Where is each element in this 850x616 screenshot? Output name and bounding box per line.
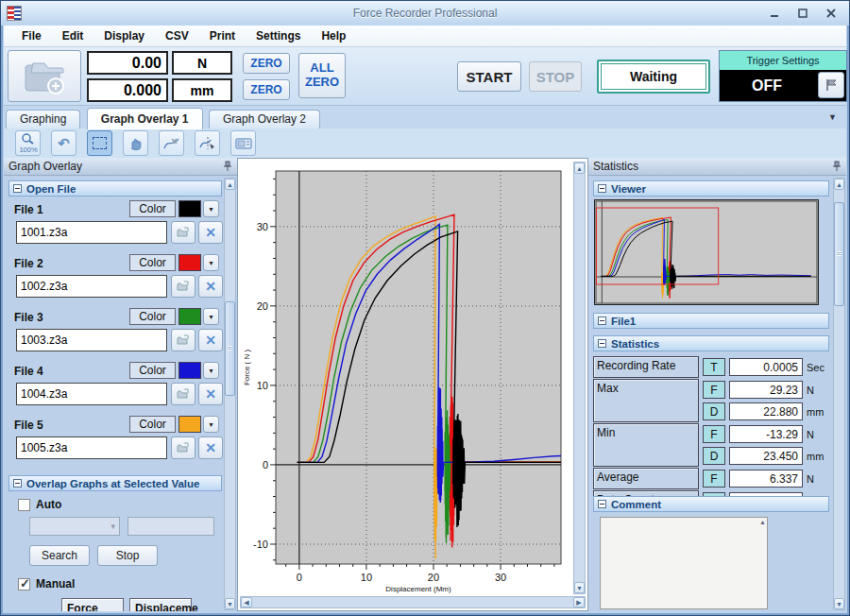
search-button[interactable]: Search	[29, 545, 90, 566]
color-button[interactable]: Color	[129, 308, 176, 325]
all-zero-button[interactable]: ALL ZERO	[298, 53, 346, 98]
collapse-icon[interactable]	[598, 184, 606, 193]
color-dropdown-icon[interactable]: ▾	[203, 362, 219, 379]
scrollbar-thumb[interactable]	[225, 301, 235, 396]
color-button[interactable]: Color	[129, 362, 176, 379]
scrollbar-thumb[interactable]	[834, 202, 844, 306]
graph-hscrollbar[interactable]: ◀ ▶	[240, 596, 586, 608]
collapse-icon[interactable]	[13, 184, 22, 193]
force-zero-button[interactable]: ZERO	[243, 53, 290, 74]
filename-input[interactable]	[16, 436, 167, 459]
comment-section-header[interactable]: Comment	[593, 496, 829, 512]
viewer-thumbnail[interactable]	[594, 199, 819, 305]
region-select-icon[interactable]	[87, 130, 112, 156]
color-swatch[interactable]	[178, 416, 201, 433]
color-button[interactable]: Color	[129, 416, 176, 433]
filename-input[interactable]	[16, 329, 167, 351]
color-swatch[interactable]	[178, 254, 201, 271]
scroll-up-icon[interactable]: ▲	[574, 163, 585, 174]
color-dropdown-icon[interactable]: ▾	[203, 254, 219, 271]
scroll-up-icon[interactable]: ▲	[225, 179, 235, 190]
remove-file-icon[interactable]: ✕	[198, 221, 223, 244]
value-display-icon[interactable]	[230, 130, 256, 156]
menu-item[interactable]: Help	[311, 26, 356, 45]
open-file-button[interactable]	[8, 50, 81, 102]
scroll-down-icon[interactable]: ▼	[574, 582, 585, 593]
viewer-section-header[interactable]: Viewer	[593, 180, 829, 197]
filename-input[interactable]	[16, 275, 167, 298]
pin-icon[interactable]	[832, 161, 842, 172]
left-panel-scrollbar[interactable]: ▲ ▼	[224, 178, 236, 610]
tab-overflow-icon[interactable]: ▼	[828, 112, 837, 122]
file1-section-header[interactable]: File1	[593, 313, 829, 329]
scroll-down-icon[interactable]: ▼	[834, 598, 844, 609]
pan-hand-icon[interactable]	[123, 130, 148, 156]
browse-file-icon[interactable]	[171, 275, 196, 298]
browse-file-icon[interactable]	[171, 329, 196, 351]
manual-checkbox[interactable]	[18, 578, 30, 590]
menu-item[interactable]: Settings	[246, 26, 311, 45]
remove-file-icon[interactable]: ✕	[198, 329, 223, 351]
color-dropdown-icon[interactable]: ▾	[203, 200, 219, 217]
pin-icon[interactable]	[223, 161, 232, 172]
remove-file-icon[interactable]: ✕	[198, 383, 223, 405]
scroll-left-icon[interactable]: ◀	[241, 597, 252, 607]
curve-delete-icon[interactable]	[159, 130, 184, 156]
overlap-section-header[interactable]: Overlap Graphs at Selected Value	[8, 475, 222, 491]
zoom-100-icon[interactable]: 100%	[15, 130, 41, 156]
menu-item[interactable]: Display	[94, 26, 155, 45]
collapse-icon[interactable]	[13, 479, 22, 488]
minimize-button[interactable]	[764, 6, 785, 20]
collapse-icon[interactable]	[598, 317, 606, 325]
graph-canvas[interactable]: 01020303020100-10Displacement (Mm)Force …	[242, 162, 569, 596]
viewer-canvas[interactable]	[595, 200, 818, 304]
undo-icon[interactable]: ↶	[51, 130, 76, 156]
collapse-icon[interactable]	[598, 500, 606, 508]
menu-item[interactable]: Print	[199, 26, 246, 45]
color-dropdown-icon[interactable]: ▾	[203, 308, 219, 325]
color-swatch[interactable]	[178, 308, 201, 325]
scroll-down-icon[interactable]: ▼	[225, 598, 235, 609]
scroll-up-icon[interactable]: ▲	[759, 519, 766, 525]
statistics-section-header[interactable]: Statistics	[593, 335, 829, 351]
color-button[interactable]: Color	[129, 200, 176, 217]
displacement-zero-button[interactable]: ZERO	[243, 79, 290, 100]
remove-file-icon[interactable]: ✕	[198, 275, 223, 298]
scroll-up-icon[interactable]: ▲	[834, 179, 844, 190]
start-button[interactable]: START	[457, 61, 521, 92]
tab[interactable]: Graphing	[6, 110, 80, 128]
graph-vscrollbar[interactable]: ▲ ▼	[573, 162, 586, 594]
curve-edit-icon[interactable]	[195, 130, 220, 156]
color-button[interactable]: Color	[129, 254, 176, 271]
close-button[interactable]	[821, 6, 842, 20]
displacement-mode-button[interactable]: Displaceme	[129, 598, 192, 611]
tab[interactable]: Graph Overlay 1	[87, 108, 203, 129]
collapse-icon[interactable]	[598, 339, 606, 348]
tab[interactable]: Graph Overlay 2	[209, 110, 320, 128]
svg-text:20: 20	[257, 300, 268, 312]
scroll-right-icon[interactable]: ▶	[573, 597, 585, 607]
remove-file-icon[interactable]: ✕	[198, 436, 223, 459]
right-panel-scrollbar[interactable]: ▲ ▼	[833, 178, 845, 610]
browse-file-icon[interactable]	[171, 436, 196, 459]
browse-file-icon[interactable]	[171, 383, 196, 405]
flag-icon[interactable]	[818, 72, 844, 98]
stats-label: Max	[593, 379, 699, 422]
auto-checkbox[interactable]	[18, 499, 30, 511]
filename-input[interactable]	[16, 221, 167, 244]
menu-item[interactable]: Edit	[52, 26, 94, 45]
auto-checkbox-row[interactable]: Auto	[18, 498, 61, 511]
menu-item[interactable]: File	[11, 26, 52, 45]
color-swatch[interactable]	[178, 200, 201, 217]
stop-search-button[interactable]: Stop	[97, 545, 158, 566]
color-dropdown-icon[interactable]: ▾	[203, 416, 219, 433]
comment-textarea[interactable]: ▲	[600, 517, 768, 609]
browse-file-icon[interactable]	[171, 221, 196, 244]
color-swatch[interactable]	[178, 362, 201, 379]
manual-checkbox-row[interactable]: Manual	[18, 577, 75, 590]
open-file-section-header[interactable]: Open File	[8, 180, 222, 197]
maximize-button[interactable]	[792, 6, 813, 20]
force-mode-button[interactable]: Force	[61, 598, 124, 611]
menu-item[interactable]: CSV	[155, 26, 199, 45]
filename-input[interactable]	[16, 383, 167, 405]
